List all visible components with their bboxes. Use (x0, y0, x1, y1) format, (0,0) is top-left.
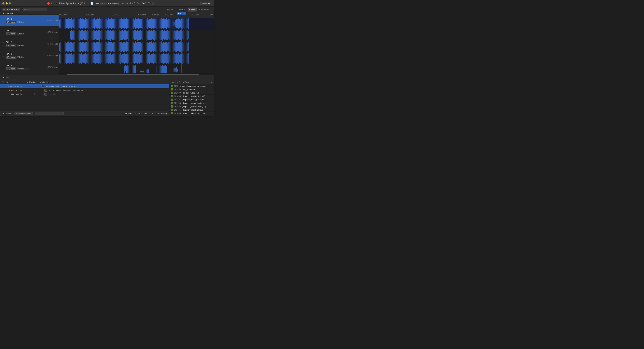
track-info-cpu4: CPU 4 CPU Index Performance (6, 64, 46, 70)
time-ruler[interactable]: 00:00.000 01:00.000 02:00.000 03:00.000 … (60, 12, 214, 18)
tab-data-mining[interactable]: Data Mining (156, 112, 168, 115)
svg-rect-491 (148, 70, 148, 74)
heaviest-item-3[interactable]: 161495 _dispatch_worker_thread2 (170, 94, 214, 98)
search-input[interactable] (22, 8, 48, 11)
pause-button[interactable]: ⏸ (51, 2, 53, 5)
svg-rect-222 (177, 30, 178, 40)
svg-rect-84 (149, 19, 150, 28)
minimize-button[interactable] (6, 2, 8, 4)
svg-rect-46 (108, 18, 109, 29)
tab-call-tree[interactable]: Call Tree (123, 112, 132, 115)
tab-instruments[interactable]: Instruments (198, 8, 212, 12)
wave-cpu0[interactable] (60, 18, 214, 30)
svg-rect-12 (71, 18, 72, 29)
table-row-1[interactable]: 2.69 min 99.9% 0 s › start_wqthread libs… (0, 88, 169, 92)
heaviest-item-0[interactable]: 161515 coreml-concurrency-issue... (170, 84, 214, 88)
heaviest-item-5[interactable]: 161465 _dispatch_async_redirect... (170, 102, 214, 105)
track-row-cpu3[interactable]: CPU 3 CPU Index Efficient CPU Usage (0, 50, 59, 62)
svg-rect-123 (70, 31, 71, 39)
col-header-symbol[interactable]: Symbol Name (39, 81, 168, 83)
svg-rect-270 (98, 42, 99, 51)
svg-rect-335 (168, 42, 169, 51)
svg-rect-460 (173, 53, 174, 64)
tab-call-tree-constraints[interactable]: Call Tree Constraints (134, 112, 154, 115)
svg-rect-432 (142, 54, 143, 63)
wave-cpu4[interactable] (60, 64, 214, 74)
record-indicator[interactable] (47, 2, 50, 5)
svg-rect-487 (135, 65, 136, 74)
tracks-canvas[interactable] (60, 18, 214, 74)
svg-rect-191 (144, 30, 144, 40)
close-range-button[interactable]: ✕ (212, 14, 214, 16)
track-checkbox-cpu0[interactable] (2, 19, 4, 22)
svg-rect-93 (159, 19, 160, 28)
fullscreen-button[interactable] (9, 2, 11, 4)
heaviest-item-6[interactable]: 161465 _dispatch_continuation_pop (170, 105, 214, 108)
scroll-indicator[interactable] (60, 74, 214, 75)
svg-rect-309 (140, 42, 141, 52)
wave-cpu2[interactable] (60, 41, 214, 53)
time-marker-1: 01:00.000 (86, 14, 94, 16)
svg-rect-291 (121, 42, 122, 52)
tab-cpus[interactable]: CPUs (188, 8, 197, 12)
window-minimize-button[interactable]: — (193, 2, 196, 5)
svg-rect-155 (105, 30, 106, 40)
svg-rect-454 (166, 54, 167, 64)
expand-icon-0[interactable]: ∨ (39, 85, 41, 88)
track-checkbox-cpu2[interactable] (2, 42, 4, 45)
bottom-content: Weight ▼ Self Weight Symbol Name 2.69 mi… (0, 80, 214, 116)
svg-rect-57 (120, 19, 120, 28)
maximize-icon[interactable]: ⤢ (210, 81, 213, 84)
wave-cpu1[interactable] (60, 30, 214, 41)
track-row-cpu4[interactable]: CPU 4 CPU Index Performance CPU Usage (0, 62, 59, 73)
table-row-0[interactable]: 2.69 min 100.0% 0 s ∨ coreml-concurrency… (0, 84, 169, 88)
close-button[interactable] (2, 2, 4, 4)
track-checkbox-cpu1[interactable] (2, 31, 4, 34)
col-header-weight[interactable]: Weight ▼ (2, 81, 23, 83)
expand-icon-2[interactable]: › (43, 93, 44, 95)
svg-rect-208 (162, 30, 162, 40)
tab-target[interactable]: Target (165, 8, 175, 12)
heaviest-item-9[interactable]: 161465 __NSOQSchedule_f (170, 115, 214, 116)
svg-rect-505 (176, 67, 177, 72)
svg-rect-125 (72, 31, 73, 40)
heaviest-item-1[interactable]: 161500 start_wqthread (170, 88, 214, 91)
svg-rect-101 (167, 20, 168, 28)
file-icon: 📄 (90, 2, 93, 5)
table-row-2[interactable]: 15.00 ms 0.0% 0 s › start dyld (0, 92, 169, 96)
run-forward-button[interactable]: ⏭ (126, 2, 128, 5)
heaviest-item-8[interactable]: 161465 _dispatch_block_async_in... (170, 112, 214, 115)
svg-rect-494 (159, 66, 160, 74)
filter-input[interactable] (35, 112, 64, 115)
heaviest-item-2[interactable]: 161500 _pthread_wqthread (170, 91, 214, 94)
window-expand-button[interactable]: ⤢ (197, 2, 199, 5)
profile-label[interactable]: Profile ↕ (2, 76, 9, 79)
svg-rect-211 (165, 31, 166, 40)
svg-rect-1 (60, 20, 60, 28)
track-row-cpu1[interactable]: CPU 1 CPU Index Efficient CPU Usage (0, 26, 59, 38)
track-row-cpu0[interactable]: CPU 0 CPU Index Efficient CPU Usage (0, 15, 59, 26)
heaviest-item-7[interactable]: 161465 _dispatch_client_callout (170, 108, 214, 112)
wave-cpu3[interactable] (60, 53, 214, 64)
expand-icon-1[interactable]: › (43, 89, 44, 92)
run-info-button[interactable]: i (152, 2, 155, 5)
svg-rect-179 (131, 30, 132, 40)
track-checkbox-cpu3[interactable] (2, 54, 4, 57)
col-header-self[interactable]: Self Weight (23, 81, 39, 83)
symbol-icon-2 (44, 93, 47, 96)
scroll-thumb[interactable] (67, 74, 199, 75)
refresh-icon[interactable]: ⟳ (76, 85, 77, 88)
tab-threads[interactable]: Threads (175, 8, 187, 12)
heaviest-item-4[interactable]: 161495 _dispatch_root_queue_dr... (170, 98, 214, 102)
run-back-button[interactable]: ⏮ (122, 2, 125, 5)
add-instrument-button[interactable]: + (189, 2, 191, 5)
cpu-index-filter[interactable]: ☰ CPU INDEX ▾ (2, 8, 20, 11)
svg-rect-439 (150, 54, 151, 62)
duplicate-button[interactable]: Duplicate (200, 2, 212, 5)
track-row-cpu5[interactable]: CPU 5 CPU Index Performance CPU Usage (0, 73, 59, 75)
svg-rect-110 (177, 19, 178, 28)
svg-rect-495 (160, 65, 160, 74)
track-row-cpu2[interactable]: CPU 2 CPU Index Efficient CPU Usage (0, 38, 59, 50)
involves-symbol-pill[interactable]: Involves Symbol (14, 112, 33, 115)
track-checkbox-cpu4[interactable] (2, 66, 4, 68)
